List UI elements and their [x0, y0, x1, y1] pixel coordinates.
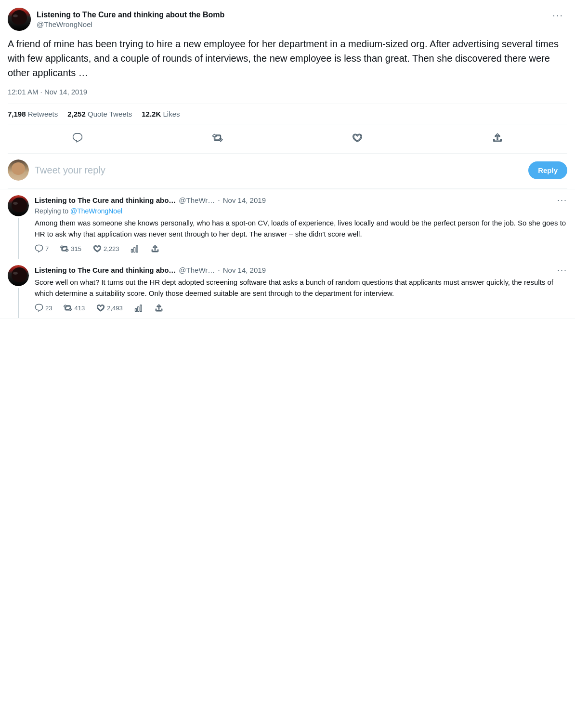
thread-tweet-header-1: Listening to The Cure and thinking abo… …	[35, 195, 567, 205]
thread-avatar-1[interactable]	[8, 195, 29, 216]
dot-separator-1: ·	[218, 196, 220, 205]
username[interactable]: @TheWrongNoel	[37, 20, 224, 28]
retweet-stat[interactable]: 7,198 Retweets	[8, 110, 58, 118]
thread-like-count-2: 2,493	[107, 304, 123, 312]
thread-actions-1: 7 315 2,223	[35, 244, 567, 253]
thread-display-name-1[interactable]: Listening to The Cure and thinking abo…	[35, 196, 176, 204]
more-options-button[interactable]: ···	[549, 8, 567, 23]
thread-comment-action-2[interactable]: 23	[35, 304, 52, 312]
dot-separator-2: ·	[218, 266, 220, 275]
tweet-actions	[8, 126, 567, 154]
thread-analytics-action-2[interactable]	[134, 304, 143, 312]
thread-tweet-header-left-2: Listening to The Cure and thinking abo… …	[35, 266, 266, 275]
like-count: 12.2K	[142, 110, 161, 118]
thread-like-count-1: 2,223	[104, 245, 119, 252]
thread-tweet-header-2: Listening to The Cure and thinking abo… …	[35, 265, 567, 275]
comment-icon	[72, 132, 83, 144]
svg-rect-1	[134, 248, 135, 252]
user-info: Listening to The Cure and thinking about…	[37, 10, 224, 28]
thread-retweet-action-2[interactable]: 413	[64, 304, 85, 312]
like-stat[interactable]: 12.2K Likes	[142, 110, 180, 118]
comment-icon-2	[35, 304, 43, 312]
avatar[interactable]	[8, 8, 31, 31]
retweet-label: Retweets	[28, 110, 58, 118]
svg-rect-3	[135, 309, 136, 312]
thread-more-1[interactable]: ···	[557, 195, 567, 205]
reply-area: Tweet your reply Reply	[8, 154, 567, 189]
thread-content-2: Listening to The Cure and thinking abo… …	[35, 265, 567, 318]
retweet-action[interactable]	[206, 128, 229, 147]
quote-tweet-count: 2,252	[67, 110, 86, 118]
share-icon-1	[151, 244, 159, 253]
thread-tweet-2: Listening to The Cure and thinking abo… …	[0, 259, 575, 318]
thread-comment-action-1[interactable]: 7	[35, 244, 49, 253]
thread-like-action-2[interactable]: 2,493	[96, 304, 123, 312]
reply-button[interactable]: Reply	[528, 161, 567, 179]
comment-action[interactable]	[66, 128, 89, 147]
retweet-icon-1	[60, 244, 69, 253]
thread-share-action-1[interactable]	[151, 244, 159, 253]
tweet-stats: 7,198 Retweets 2,252 Quote Tweets 12.2K …	[8, 104, 567, 124]
thread-text-2: Score well on what? It turns out the HR …	[35, 277, 567, 299]
tweet-text: A friend of mine has been trying to hire…	[8, 37, 567, 80]
like-icon-1	[93, 244, 102, 253]
quote-tweet-stat[interactable]: 2,252 Quote Tweets	[67, 110, 132, 118]
like-icon	[352, 132, 363, 144]
thread-line-2	[18, 288, 19, 318]
thread-retweet-count-2: 413	[74, 304, 85, 312]
thread-reply-count-2: 23	[45, 304, 52, 312]
thread-date-2[interactable]: Nov 14, 2019	[223, 266, 266, 274]
svg-rect-4	[137, 307, 139, 312]
thread-tweet-1: Listening to The Cure and thinking abo… …	[0, 189, 575, 259]
analytics-icon-1	[131, 244, 139, 253]
tweet-timestamp: 12:01 AM · Nov 14, 2019	[8, 88, 567, 96]
thread-actions-2: 23 413 2,493	[35, 304, 567, 312]
display-name[interactable]: Listening to The Cure and thinking about…	[37, 10, 224, 20]
thread-share-action-2[interactable]	[155, 304, 163, 312]
tweet-header-left: Listening to The Cure and thinking about…	[8, 8, 224, 31]
thread-retweet-action-1[interactable]: 315	[60, 244, 81, 253]
thread-left-1	[8, 195, 29, 259]
thread-line-1	[18, 218, 19, 259]
like-icon-2	[96, 304, 105, 312]
thread-content-1: Listening to The Cure and thinking abo… …	[35, 195, 567, 259]
replying-to-link-1[interactable]: @TheWrongNoel	[70, 207, 122, 215]
svg-rect-2	[136, 246, 138, 252]
comment-icon-1	[35, 244, 43, 253]
svg-rect-0	[131, 250, 133, 252]
thread-more-2[interactable]: ···	[557, 265, 567, 275]
thread-analytics-action-1[interactable]	[131, 244, 139, 253]
analytics-icon-2	[134, 304, 143, 312]
thread-left-2	[8, 265, 29, 318]
retweet-count: 7,198	[8, 110, 26, 118]
share-icon	[492, 132, 503, 144]
svg-rect-5	[140, 305, 142, 312]
share-action[interactable]	[486, 128, 509, 147]
thread-date-1[interactable]: Nov 14, 2019	[223, 196, 266, 204]
like-action[interactable]	[346, 128, 369, 147]
thread-username-1[interactable]: @TheWr…	[179, 196, 215, 204]
tweet-header: Listening to The Cure and thinking about…	[8, 8, 567, 31]
thread-text-1: Among them was someone she knows persona…	[35, 218, 567, 239]
thread-like-action-1[interactable]: 2,223	[93, 244, 119, 253]
reply-avatar	[8, 159, 29, 181]
replying-to-1: Replying to @TheWrongNoel	[35, 207, 567, 215]
like-label: Likes	[163, 110, 180, 118]
thread-username-2[interactable]: @TheWr…	[179, 266, 215, 274]
thread-tweet-header-left-1: Listening to The Cure and thinking abo… …	[35, 196, 266, 205]
retweet-icon-2	[64, 304, 72, 312]
thread-avatar-2[interactable]	[8, 265, 29, 286]
thread-display-name-2[interactable]: Listening to The Cure and thinking abo…	[35, 266, 176, 274]
reply-input[interactable]: Tweet your reply	[35, 165, 523, 176]
retweet-icon	[212, 132, 223, 144]
thread-reply-count-1: 7	[45, 245, 49, 252]
thread-retweet-count-1: 315	[71, 245, 81, 252]
share-icon-2	[155, 304, 163, 312]
quote-tweet-label: Quote Tweets	[88, 110, 132, 118]
main-tweet: Listening to The Cure and thinking about…	[0, 0, 575, 189]
